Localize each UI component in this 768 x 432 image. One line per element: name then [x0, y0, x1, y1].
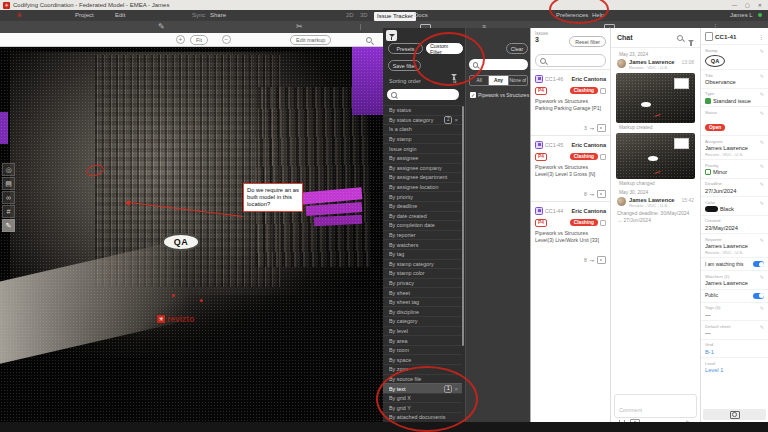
- menu-preferences[interactable]: Preferences: [556, 12, 588, 19]
- details-kebab-icon[interactable]: ⋮: [758, 33, 764, 40]
- issue-card[interactable]: CC1-46 Eric Cantona P4 Clashing Pipework…: [531, 69, 610, 135]
- 3d-viewport[interactable]: ◎ ▤ ∞ # ✎ Do we require an as built mode…: [0, 47, 383, 422]
- filter-criterion[interactable]: By date created ×: [383, 211, 462, 221]
- issues-search[interactable]: [535, 54, 606, 67]
- sorting-order-label[interactable]: Sorting order: [389, 78, 421, 84]
- chat-search-icon[interactable]: [677, 35, 683, 41]
- filter-criterion[interactable]: By zone ×: [383, 364, 462, 374]
- filter-option-row[interactable]: ✓ Pipework vs Structures: [470, 92, 529, 98]
- sort-icon[interactable]: ⇅: [452, 77, 457, 84]
- filter-criterion[interactable]: By tag ×: [383, 249, 462, 259]
- filter-criterion[interactable]: By status category 2 ×: [383, 115, 462, 125]
- filter-criterion[interactable]: By level ×: [383, 326, 462, 336]
- edit-icon[interactable]: ✎: [760, 181, 764, 187]
- edit-icon[interactable]: ✎: [760, 139, 764, 145]
- menu-project[interactable]: Project: [75, 12, 94, 19]
- filter-criterion[interactable]: By priority ×: [383, 191, 462, 201]
- edit-icon[interactable]: ✎: [760, 237, 764, 243]
- filter-criterion[interactable]: By grid Y ×: [383, 402, 462, 412]
- markup-callout-text[interactable]: Do we require an as built model in this …: [243, 183, 303, 212]
- filter-criterion[interactable]: By text 1 ×: [383, 383, 462, 393]
- filter-criterion[interactable]: By reporter ×: [383, 230, 462, 240]
- menu-help[interactable]: Help: [592, 12, 604, 19]
- markup-pencil-icon[interactable]: ✎: [158, 22, 165, 32]
- filter-criterion[interactable]: By source file ×: [383, 374, 462, 384]
- mode-all[interactable]: All: [470, 76, 489, 85]
- filter-criterion[interactable]: By area ×: [383, 335, 462, 345]
- edit-icon[interactable]: ✎: [760, 200, 764, 206]
- filter-criterion[interactable]: By attached documents ×: [383, 412, 462, 422]
- filter-list-scrollbar[interactable]: [462, 106, 464, 346]
- tab-3d[interactable]: 3D: [360, 12, 368, 19]
- navigate-tool-icon[interactable]: ◎: [2, 163, 15, 176]
- filter-value-search-input[interactable]: [480, 62, 524, 68]
- mode-none-of[interactable]: None of: [509, 76, 527, 85]
- presets-button[interactable]: Presets: [388, 43, 423, 54]
- edit-icon[interactable]: ✎: [760, 48, 764, 54]
- filter-criterion[interactable]: By deadline ×: [383, 201, 462, 211]
- grid-tool-icon[interactable]: #: [2, 205, 15, 218]
- maximize-icon[interactable]: ▢: [745, 2, 750, 8]
- filter-criterion[interactable]: Issue origin ×: [383, 143, 462, 153]
- mode-any[interactable]: Any: [489, 76, 508, 85]
- filter-criterion[interactable]: By stamp ×: [383, 134, 462, 144]
- zoom-out-button[interactable]: −: [222, 35, 231, 44]
- zoom-in-button[interactable]: +: [176, 35, 185, 44]
- remove-filter-icon[interactable]: ×: [454, 117, 458, 123]
- section-scissors-icon[interactable]: ✂: [296, 22, 303, 32]
- edit-icon[interactable]: ✎: [760, 274, 764, 280]
- level-link[interactable]: Level 1: [705, 367, 764, 373]
- comment-input[interactable]: [619, 407, 692, 413]
- menu-edit[interactable]: Edit: [115, 12, 125, 19]
- issue-checkbox[interactable]: [600, 220, 606, 226]
- filter-criterion[interactable]: By stamp category ×: [383, 259, 462, 269]
- qa-stamp[interactable]: QA: [162, 233, 200, 251]
- remove-filter-icon[interactable]: ×: [454, 386, 458, 392]
- filter-criterion[interactable]: By grid X ×: [383, 393, 462, 403]
- reset-filter-button[interactable]: Reset filter: [569, 36, 606, 47]
- watching-toggle[interactable]: [753, 261, 764, 267]
- menu-share[interactable]: Share: [210, 12, 226, 19]
- filter-criterion[interactable]: By discipline ×: [383, 306, 462, 316]
- edit-markup-button[interactable]: Edit markup: [290, 35, 331, 45]
- edit-icon[interactable]: ✎: [760, 91, 764, 97]
- filter-criterion[interactable]: By assignee company ×: [383, 163, 462, 173]
- markup-thumbnail[interactable]: [616, 133, 695, 179]
- close-icon[interactable]: ✕: [758, 2, 762, 8]
- filter-criterion[interactable]: By completion date ×: [383, 220, 462, 230]
- edit-icon[interactable]: ✎: [760, 163, 764, 169]
- checkbox-checked-icon[interactable]: ✓: [470, 92, 476, 98]
- tab-issue-tracker[interactable]: Issue Tracker: [374, 12, 416, 21]
- filter-criterion[interactable]: By assignee ×: [383, 153, 462, 163]
- fit-button[interactable]: Fit: [190, 35, 208, 45]
- minimize-icon[interactable]: —: [732, 2, 737, 8]
- menu-sync[interactable]: Sync: [192, 12, 205, 19]
- custom-filter-button[interactable]: Custom Filter: [426, 43, 463, 54]
- filter-criterion[interactable]: By category ×: [383, 316, 462, 326]
- filter-funnel-icon[interactable]: [386, 30, 397, 41]
- edit-icon[interactable]: ✎: [760, 305, 764, 311]
- save-filter-button[interactable]: Save filter: [388, 60, 421, 71]
- filter-criterion[interactable]: By assignee location ×: [383, 182, 462, 192]
- filter-value-search[interactable]: [469, 59, 528, 70]
- issue-checkbox[interactable]: [600, 88, 606, 94]
- issue-card[interactable]: CC1-44 Eric Cantona P4 Clashing Pipework…: [531, 201, 610, 267]
- comment-box[interactable]: [614, 394, 697, 418]
- tab-2d[interactable]: 2D: [346, 12, 354, 19]
- user-menu[interactable]: James L: [730, 12, 753, 19]
- filter-search-input[interactable]: [399, 92, 455, 98]
- issue-checkbox[interactable]: [600, 154, 606, 160]
- sheets-tool-icon[interactable]: ▤: [2, 177, 15, 190]
- grid-link[interactable]: B-1: [705, 349, 764, 355]
- markup-thumbnail[interactable]: [616, 73, 695, 123]
- filter-criterion[interactable]: Is a clash ×: [383, 124, 462, 134]
- zoom-window-icon[interactable]: [366, 37, 372, 43]
- edit-icon[interactable]: ✎: [760, 110, 764, 116]
- snapshot-camera-icon[interactable]: [730, 411, 740, 419]
- filter-criterion[interactable]: By watchers ×: [383, 239, 462, 249]
- edit-icon[interactable]: ✎: [760, 324, 764, 330]
- tab-docs[interactable]: Docs: [414, 12, 428, 19]
- filter-criterion[interactable]: By sheet tag ×: [383, 297, 462, 307]
- clear-button[interactable]: Clear: [506, 43, 528, 54]
- edit-icon[interactable]: ✎: [760, 73, 764, 79]
